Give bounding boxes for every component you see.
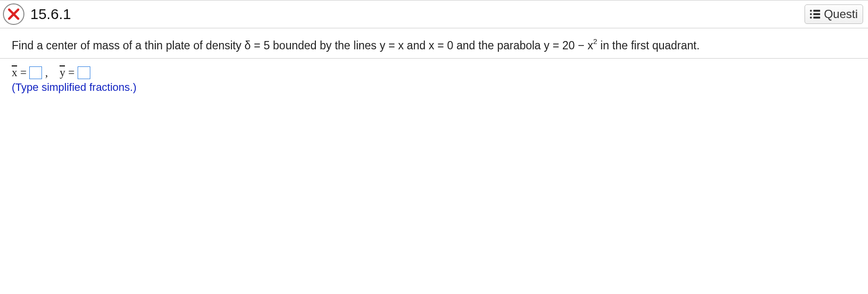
y-bar-input[interactable]	[78, 66, 90, 79]
answer-hint: (Type simplified fractions.)	[12, 81, 856, 94]
equals-2: =	[68, 66, 75, 79]
parabola-constant: 20	[562, 39, 575, 52]
answer-area: x = , y = (Type simplified fractions.)	[0, 59, 868, 102]
exponent: 2	[593, 37, 597, 45]
problem-text-1: Find a center of mass of a thin plate of…	[12, 39, 264, 52]
header-left: 15.6.1	[3, 3, 71, 25]
equals-1: =	[21, 66, 27, 79]
list-icon	[810, 10, 820, 19]
y-bar-symbol: y	[60, 66, 65, 79]
x-icon	[7, 7, 21, 21]
answer-equation-line: x = , y =	[12, 66, 856, 79]
question-list-label: Questi	[824, 7, 858, 21]
x-bar-symbol: x	[12, 66, 18, 79]
question-header: 15.6.1 Questi	[0, 0, 868, 28]
x-bar-input[interactable]	[29, 66, 42, 79]
status-incorrect-icon	[3, 3, 24, 25]
problem-text-3: − x	[575, 39, 593, 52]
density-value: 5	[264, 39, 270, 52]
problem-text-2: bounded by the lines y = x and x = 0 and…	[270, 39, 562, 52]
problem-text-4: in the first quadrant.	[597, 39, 700, 52]
question-number: 15.6.1	[30, 6, 71, 22]
comma: ,	[45, 66, 48, 79]
problem-statement: Find a center of mass of a thin plate of…	[0, 28, 868, 59]
question-list-button[interactable]: Questi	[805, 4, 863, 24]
